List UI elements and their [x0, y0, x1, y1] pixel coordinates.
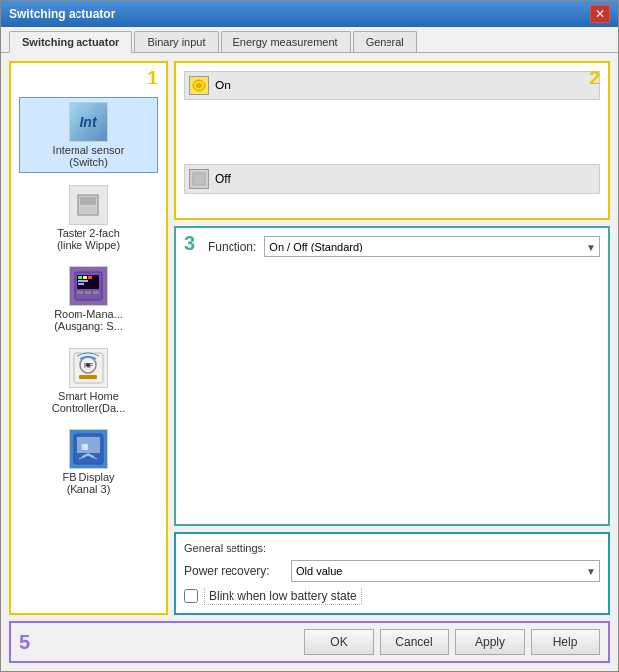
- cancel-button[interactable]: Cancel: [380, 629, 449, 655]
- svg-rect-1: [80, 197, 96, 205]
- device-icon-taster: [69, 185, 108, 225]
- svg-point-16: [86, 363, 90, 367]
- on-label: On: [215, 79, 231, 92]
- device-icon-internal: Int: [69, 102, 108, 142]
- close-button[interactable]: ✕: [590, 5, 610, 23]
- tab-bar: Switching actuator Binary input Energy m…: [1, 27, 618, 53]
- content-area: 1 Int Internal sensor(Switch): [1, 53, 618, 671]
- device-item-internal-sensor[interactable]: Int Internal sensor(Switch): [19, 97, 158, 173]
- function-row: Function: On / Off (Standard) Toggle Tim…: [208, 236, 600, 257]
- on-row: On: [184, 71, 600, 100]
- device-label-fb: FB Display(Kanal 3): [62, 471, 114, 495]
- panel-1-devices: 1 Int Internal sensor(Switch): [9, 61, 168, 615]
- panel-1-number: 1: [147, 67, 158, 89]
- svg-text:▦: ▦: [81, 442, 89, 451]
- title-bar-text: Switching actuator: [9, 7, 115, 21]
- main-row: 1 Int Internal sensor(Switch): [9, 61, 610, 615]
- svg-rect-7: [88, 276, 92, 279]
- main-window: Switching actuator ✕ Switching actuator …: [0, 0, 619, 672]
- power-recovery-select[interactable]: Old value Off On: [291, 560, 600, 582]
- tab-energy-measurement[interactable]: Energy measurement: [221, 31, 351, 52]
- device-label-internal: Internal sensor(Switch): [53, 144, 125, 168]
- panel-general-settings: General settings: Power recovery: Old va…: [174, 532, 610, 615]
- device-label-smart: Smart HomeController(Da...: [52, 390, 126, 414]
- device-item-smart-home[interactable]: RF Smart HomeController(Da...: [19, 344, 158, 418]
- on-status-icon: [189, 76, 209, 95]
- svg-rect-12: [93, 291, 99, 294]
- right-column: 2 On: [174, 61, 610, 615]
- blink-checkbox[interactable]: [184, 589, 198, 603]
- off-row: Off: [184, 164, 600, 194]
- svg-rect-2: [80, 207, 96, 213]
- device-item-taster[interactable]: Taster 2-fach(linke Wippe): [19, 181, 158, 254]
- tab-switching-actuator[interactable]: Switching actuator: [9, 31, 132, 53]
- svg-rect-9: [78, 283, 84, 285]
- svg-rect-17: [79, 375, 97, 379]
- off-status-icon: [189, 169, 209, 189]
- ok-button[interactable]: OK: [304, 629, 374, 655]
- svg-rect-23: [193, 173, 205, 185]
- title-bar: Switching actuator ✕: [1, 1, 618, 27]
- svg-rect-5: [78, 276, 82, 279]
- device-icon-room: [69, 266, 108, 306]
- device-label-room: Room-Mana...(Ausgang: S...: [54, 308, 123, 332]
- device-item-fb-display[interactable]: ▦ FB Display(Kanal 3): [19, 425, 158, 499]
- function-select-wrapper: On / Off (Standard) Toggle Timer ▼: [264, 236, 600, 257]
- button-bar: 5 OK Cancel Apply Help: [9, 621, 610, 663]
- panel-3-number: 3: [184, 232, 195, 254]
- device-icon-smart: RF: [69, 348, 108, 388]
- svg-rect-11: [85, 291, 91, 294]
- device-item-room-manager[interactable]: Room-Mana...(Ausgang: S...: [19, 262, 158, 336]
- svg-rect-8: [78, 280, 88, 282]
- function-select[interactable]: On / Off (Standard) Toggle Timer: [264, 236, 600, 257]
- power-recovery-row: Power recovery: Old value Off On ▼: [184, 560, 600, 582]
- panel-3-function: 3 Function: On / Off (Standard) Toggle T…: [174, 226, 610, 526]
- power-recovery-select-wrapper: Old value Off On ▼: [291, 560, 600, 582]
- svg-rect-6: [83, 276, 87, 279]
- tab-binary-input[interactable]: Binary input: [134, 31, 218, 52]
- power-recovery-label: Power recovery:: [184, 564, 283, 578]
- help-button[interactable]: Help: [531, 629, 600, 655]
- apply-button[interactable]: Apply: [455, 629, 525, 655]
- blink-label: Blink when low battery state: [204, 588, 362, 605]
- tab-general[interactable]: General: [353, 31, 417, 52]
- panel-2-status: 2 On: [174, 61, 610, 220]
- device-icon-fb: ▦: [69, 429, 108, 469]
- panel-2-number: 2: [589, 67, 600, 89]
- function-label: Function:: [208, 240, 256, 253]
- svg-point-22: [196, 83, 202, 88]
- device-label-taster: Taster 2-fach(linke Wippe): [57, 227, 120, 251]
- panel-5-number: 5: [19, 631, 30, 654]
- blink-checkbox-row: Blink when low battery state: [184, 588, 600, 605]
- general-settings-legend: General settings:: [184, 542, 600, 554]
- off-label: Off: [215, 172, 231, 186]
- svg-rect-10: [77, 291, 83, 294]
